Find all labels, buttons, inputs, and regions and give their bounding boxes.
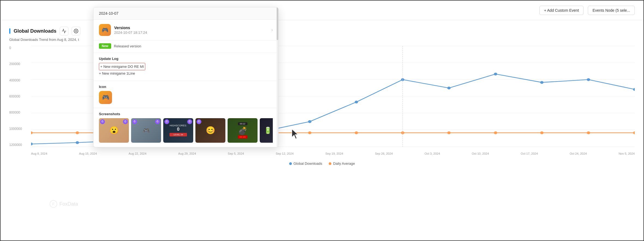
x-label-5: Sep 12, 2024 — [276, 152, 294, 155]
y-axis: 1200000 1000000 800000 600000 400000 200… — [9, 46, 31, 147]
events-node-button[interactable]: Events Node (5 sele... — [588, 6, 635, 15]
screenshot-2: © © 🎮 — [131, 118, 161, 143]
x-axis: Aug 8, 2024 Aug 15, 2024 Aug 22, 2024 Au… — [31, 147, 635, 160]
svg-point-22 — [308, 131, 311, 134]
y-label-2: 400000 — [9, 78, 31, 82]
chart-line-icon-btn[interactable] — [60, 27, 68, 35]
screenshots-section: Screenshots © © 😮 © © — [93, 108, 278, 147]
app-icon-emoji: 🎮 — [102, 27, 108, 33]
popup-overlay: 2024-10-07 🎮 Versions 2024-10-07 18:17:2… — [93, 7, 279, 147]
popup-scrollbar-thumb — [277, 7, 278, 40]
watermark: F FoxData — [50, 200, 78, 208]
screenshot-3-badge-left: © — [164, 119, 169, 124]
y-label-0: 0 — [9, 46, 31, 50]
svg-text:F: F — [52, 202, 55, 206]
versions-title: Versions — [114, 26, 147, 30]
screenshots-grid: © © 😮 © © 🎮 — [99, 118, 273, 143]
x-label-11: Oct 24, 2024 — [570, 152, 587, 155]
screenshot-1: © © 😮 — [99, 118, 129, 143]
svg-point-27 — [540, 131, 543, 134]
x-label-10: Oct 17, 2024 — [521, 152, 538, 155]
watermark-text: FoxData — [59, 201, 78, 207]
screenshot-1-badge-right: © — [123, 119, 128, 124]
screenshot-3: © © HIGHSCORES: 0 LEVEL 04 — [163, 118, 193, 143]
chevron-right-icon: › — [271, 28, 273, 32]
svg-point-26 — [494, 131, 497, 134]
screen-container: + Add Custom Event Events Node (5 sele..… — [0, 0, 644, 241]
svg-point-16 — [31, 131, 33, 134]
screenshot-3-badge-right: © — [187, 119, 192, 124]
legend-dot-global — [289, 162, 292, 165]
screenshots-title: Screenshots — [99, 112, 273, 116]
svg-point-0 — [75, 30, 77, 32]
app-icon: 🎮 — [99, 24, 111, 36]
versions-left: 🎮 Versions 2024-10-07 18:17:24 — [99, 24, 147, 36]
svg-point-23 — [355, 131, 358, 134]
x-label-6: Sep 19, 2024 — [325, 152, 343, 155]
svg-point-28 — [587, 131, 590, 134]
y-label-4: 800000 — [9, 111, 31, 114]
x-label-9: Oct 10, 2024 — [472, 152, 489, 155]
top-bar-actions: + Add Custom Event Events Node (5 sele..… — [539, 6, 635, 15]
update-log-section: Update Log + New minigame DO RE MI + New… — [93, 53, 278, 81]
legend-daily-average: Daily Average — [329, 161, 355, 166]
icon-section: Icon 🎮 — [93, 81, 278, 108]
chart-legend: Global Downloads Daily Average — [9, 161, 635, 166]
y-label-6: 1200000 — [9, 143, 31, 147]
svg-point-2 — [31, 143, 33, 145]
svg-point-8 — [308, 120, 311, 123]
x-label-3: Aug 29, 2024 — [178, 152, 196, 155]
versions-date: 2024-10-07 18:17:24 — [114, 30, 147, 35]
badge-row: New Released version — [93, 41, 278, 53]
update-log-title: Update Log — [99, 57, 273, 61]
badge-new: New — [99, 43, 111, 49]
x-label-7: Sep 26, 2024 — [375, 152, 393, 155]
legend-label-daily: Daily Average — [333, 161, 355, 166]
x-label-2: Aug 22, 2024 — [129, 152, 146, 155]
popup-date-header: 2024-10-07 — [93, 7, 278, 20]
chart-settings-icon-btn[interactable] — [72, 27, 80, 35]
svg-point-11 — [447, 87, 451, 89]
popup-content: 🎮 Versions 2024-10-07 18:17:24 › New Rel… — [93, 20, 278, 147]
add-custom-event-button[interactable]: + Add Custom Event — [539, 6, 583, 15]
y-label-1: 200000 — [9, 62, 31, 66]
svg-point-3 — [76, 141, 79, 144]
popup-date: 2024-10-07 — [99, 11, 119, 16]
screenshot-5: 00:12 💣 00:26 — [228, 118, 258, 143]
y-label-5: 1000000 — [9, 127, 31, 131]
svg-point-9 — [355, 100, 358, 103]
legend-label-global: Global Downloads — [294, 161, 322, 166]
chart-title: Global Downloads — [14, 28, 56, 34]
icon-preview: 🎮 — [99, 91, 112, 104]
title-bar-accent — [9, 28, 10, 34]
svg-point-29 — [633, 131, 635, 134]
screenshot-2-badge-left: © — [132, 119, 137, 124]
screenshot-1-badge-left: © — [100, 119, 105, 124]
versions-row[interactable]: 🎮 Versions 2024-10-07 18:17:24 › — [93, 20, 278, 41]
update-log-item-0: + New minigame DO RE MI — [99, 63, 145, 70]
legend-dot-daily — [329, 162, 331, 165]
x-label-0: Aug 8, 2024 — [31, 152, 47, 155]
update-log-item-1: + New minigame 1Line — [99, 70, 273, 77]
y-label-3: 600000 — [9, 94, 31, 98]
icon-title: Icon — [99, 85, 273, 89]
released-text: Released version — [114, 44, 141, 48]
popup-scrollbar[interactable] — [277, 7, 278, 147]
x-label-1: Aug 15, 2024 — [79, 152, 97, 155]
versions-info: Versions 2024-10-07 18:17:24 — [114, 26, 147, 35]
svg-point-25 — [447, 131, 451, 134]
icon-preview-emoji: 🎮 — [102, 94, 109, 101]
x-label-4: Sep 5, 2024 — [228, 152, 244, 155]
screenshot-6: 🔋 — [260, 118, 273, 143]
screenshot-4-badge-left: © — [196, 119, 201, 124]
svg-point-13 — [540, 81, 543, 84]
svg-point-17 — [76, 131, 79, 134]
svg-point-15 — [633, 88, 635, 91]
svg-point-14 — [587, 78, 590, 81]
screenshot-4: © 😊 — [195, 118, 225, 143]
x-label-12: Nov 5, 2024 — [619, 152, 635, 155]
x-label-8: Oct 3, 2024 — [425, 152, 440, 155]
svg-point-12 — [494, 73, 497, 75]
screenshot-2-badge-right: © — [155, 119, 160, 124]
legend-global-downloads: Global Downloads — [289, 161, 322, 166]
